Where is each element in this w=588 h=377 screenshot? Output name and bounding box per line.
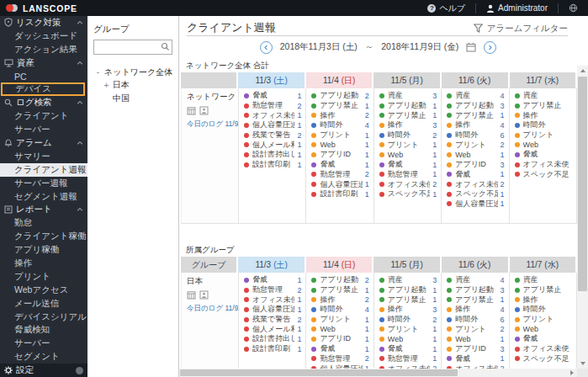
sidebar-item-dashboard[interactable]: ダッシュボード xyxy=(0,29,87,43)
sidebar-item-label: クライアント xyxy=(14,110,68,122)
language-button[interactable] xyxy=(559,0,588,16)
help-button[interactable]: ? ヘルプ xyxy=(417,0,475,16)
sidebar-section-risk[interactable]: リスク対策 xyxy=(0,16,87,29)
sidebar-item-operation[interactable]: 操作 xyxy=(0,257,87,270)
sidebar-item-settings[interactable]: 設定 xyxy=(0,364,87,377)
alarm-count: 1 xyxy=(501,199,505,208)
sidebar-item-summary[interactable]: サマリー xyxy=(0,150,87,163)
help-label: ヘルプ xyxy=(439,3,465,14)
alarm-item: アプリ起動2 xyxy=(306,275,373,285)
search-icon[interactable] xyxy=(161,42,170,51)
sidebar-item-print[interactable]: プリント xyxy=(0,270,87,284)
member-list-icon[interactable] xyxy=(199,290,209,300)
sidebar-item-web-access[interactable]: Webアクセス xyxy=(0,284,87,297)
sidebar-item-server[interactable]: サーバー xyxy=(0,123,87,136)
sidebar-section-alarm[interactable]: アラーム xyxy=(0,136,87,150)
alarm-dot-icon xyxy=(244,152,249,157)
alarm-dot-icon xyxy=(311,288,316,293)
sidebar-section-label: レポート xyxy=(16,204,73,215)
alarm-item: アプリID3 xyxy=(442,160,508,170)
sidebar-item-segment-report[interactable]: セグメント xyxy=(0,350,87,364)
weekly-calendar-icon[interactable] xyxy=(187,106,196,115)
weekday-label: (土) xyxy=(273,76,288,85)
sidebar-item-pc[interactable]: PC xyxy=(0,70,87,83)
group-search-box xyxy=(93,40,172,55)
sidebar-item-client[interactable]: クライアント xyxy=(0,109,87,123)
alarm-dot-icon xyxy=(515,297,520,302)
alarm-dot-icon xyxy=(447,172,452,177)
alarm-item: 設計書持出し1 xyxy=(239,150,305,160)
tree-item-network-all[interactable]: -ネットワーク全体 xyxy=(87,66,178,79)
alarm-item: 時間外2 xyxy=(374,130,441,141)
tree-item-japan[interactable]: +日本 xyxy=(87,79,178,93)
alarm-item: 資産3 xyxy=(374,91,441,101)
alarm-count: 1 xyxy=(365,161,369,169)
member-list-icon[interactable] xyxy=(199,106,209,115)
sidebar-item-client-uptime[interactable]: クライアント稼働 xyxy=(0,230,87,243)
sidebar-item-devices[interactable]: デバイス xyxy=(1,82,85,96)
sidebar-section-report[interactable]: レポート xyxy=(0,203,87,216)
sidebar-section-label: ログ検索 xyxy=(16,97,73,109)
alarm-day-cell: 資産アプリ禁止操作時間外プリントWeb脅威オフィス未使用スペック不足 xyxy=(510,88,577,223)
sidebar-item-client-weekly[interactable]: クライアント週報 xyxy=(0,163,87,177)
alarm-count: 1 xyxy=(365,151,369,159)
alarm-dot-icon xyxy=(447,317,452,322)
alarm-item: 個人容量圧迫1 xyxy=(239,305,305,315)
scroll-right-arrow[interactable] xyxy=(567,369,577,377)
sidebar-item-server-report[interactable]: サーバー xyxy=(0,337,87,350)
scroll-up-arrow[interactable] xyxy=(577,66,588,76)
alarm-count: 2 xyxy=(501,180,505,188)
sidebar-item-attendance[interactable]: 勤怠 xyxy=(0,216,87,230)
alarm-dot-icon xyxy=(311,297,316,302)
sidebar-item-label: クライアント週報 xyxy=(14,164,86,176)
alarm-count: 1 xyxy=(501,151,505,159)
vertical-scrollbar[interactable] xyxy=(577,66,588,369)
expand-icon[interactable]: + xyxy=(103,81,110,90)
scroll-down-arrow[interactable] xyxy=(577,358,588,369)
alarm-dot-icon xyxy=(447,133,452,138)
lanscope-logo-icon xyxy=(6,4,19,13)
alarm-dot-icon xyxy=(515,288,520,293)
sidebar-item-server-weekly[interactable]: サーバー週報 xyxy=(0,177,87,190)
user-label: Administrator xyxy=(498,3,548,13)
alarm-item: スペック不足1 xyxy=(442,189,508,199)
alarm-dot-icon xyxy=(379,337,384,342)
collapse-icon[interactable]: - xyxy=(94,67,102,77)
alarm-label: 個人容量圧迫 xyxy=(455,199,497,210)
sidebar-section-log-search[interactable]: ログ検索 xyxy=(0,96,87,109)
alarm-count: 1 xyxy=(501,354,505,363)
sidebar-section-assets[interactable]: 資産 xyxy=(0,56,87,70)
gear-icon xyxy=(4,366,13,374)
alarm-dot-icon xyxy=(379,288,384,293)
alarm-dot-icon xyxy=(515,347,520,352)
horizontal-scrollbar[interactable] xyxy=(179,369,577,377)
prev-week-button[interactable] xyxy=(260,41,273,54)
group-search-input[interactable] xyxy=(96,41,168,53)
lanscope-app: LANSCOPE ? ヘルプ Administrator リスク対策ダッシュ xyxy=(0,0,588,377)
calendar-icon[interactable] xyxy=(466,42,476,52)
main-area: クライアント週報 アラームフィルター 2018年11月3日 (土) ～ 2018… xyxy=(179,16,588,377)
alarm-count: 1 xyxy=(297,305,301,314)
collapse-badge-icon[interactable] xyxy=(76,367,83,374)
next-week-button[interactable] xyxy=(484,41,496,54)
sidebar-item-mail-send[interactable]: メール送信 xyxy=(0,297,87,311)
alarm-filter-button[interactable]: アラームフィルター xyxy=(474,18,568,35)
tree-item-china[interactable]: 中国 xyxy=(87,92,178,105)
alarm-dot-icon xyxy=(447,356,452,361)
alarm-dot-icon xyxy=(311,337,316,342)
today-log-link[interactable]: 今日のログ 11/9 (金) xyxy=(187,119,235,130)
alarm-dot-icon xyxy=(447,288,452,293)
vertical-scroll-thumb[interactable] xyxy=(578,77,587,291)
user-menu-button[interactable]: Administrator xyxy=(476,0,558,16)
horizontal-scroll-thumb[interactable] xyxy=(180,369,458,376)
today-log-link[interactable]: 今日のログ 11/9 (金) xyxy=(187,304,235,314)
sidebar-item-action-results[interactable]: アクション結果 xyxy=(0,43,87,56)
alarm-item: オフィス未使用2 xyxy=(442,179,508,189)
sidebar-item-segment-weekly[interactable]: セグメント週報 xyxy=(0,190,87,204)
sidebar-item-app-uptime[interactable]: アプリ稼働 xyxy=(0,243,87,257)
weekly-calendar-icon[interactable] xyxy=(187,290,196,300)
sidebar-item-threat-detection[interactable]: 脅威検知 xyxy=(0,323,87,337)
sidebar-item-label: デバイスシリアル xyxy=(14,311,87,323)
alarm-day-cell: 資産4アプリ起動3アプリ禁止1操作4時間外6プリント2Web1アプリID3脅威1… xyxy=(442,273,509,369)
sidebar-item-device-serial[interactable]: デバイスシリアル xyxy=(0,311,87,324)
